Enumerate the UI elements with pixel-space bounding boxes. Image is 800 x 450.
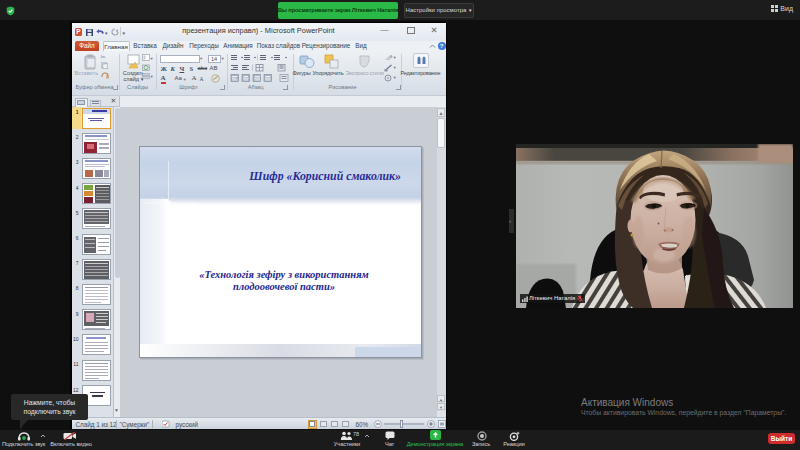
svg-text:Шифр «Корисний смаколик»: Шифр «Корисний смаколик» bbox=[248, 169, 401, 183]
svg-text:плодоовочевої пасти»: плодоовочевої пасти» bbox=[233, 281, 335, 292]
svg-text:«Технологія зефіру з використа: «Технологія зефіру з використанням bbox=[199, 269, 369, 280]
